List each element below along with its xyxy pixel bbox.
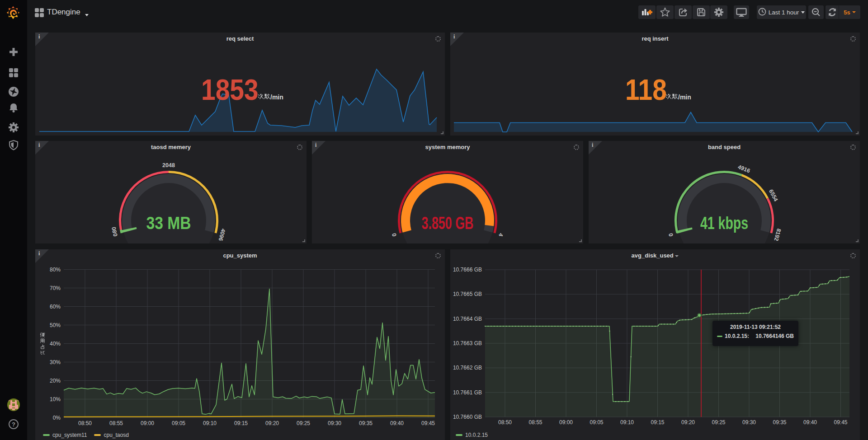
- svg-text:09:00: 09:00: [559, 419, 573, 426]
- svg-text:09:30: 09:30: [328, 420, 341, 426]
- svg-text:50%: 50%: [50, 322, 61, 328]
- svg-text:10.7664 GB: 10.7664 GB: [453, 316, 482, 322]
- svg-text:09:45: 09:45: [421, 420, 435, 426]
- svg-text:09:05: 09:05: [590, 419, 603, 426]
- svg-text:10.7666 GB: 10.7666 GB: [453, 267, 482, 273]
- svg-text:20%: 20%: [50, 378, 61, 384]
- svg-text:/min: /min: [678, 94, 691, 101]
- svg-text:4096: 4096: [217, 228, 226, 242]
- svg-text:09:15: 09:15: [234, 420, 248, 426]
- svg-text:09:00: 09:00: [141, 420, 154, 426]
- svg-text:80: 80: [111, 226, 118, 234]
- svg-text:09:20: 09:20: [265, 420, 279, 426]
- svg-text:/min: /min: [270, 94, 283, 101]
- svg-text:40%: 40%: [50, 341, 61, 347]
- svg-text:09:30: 09:30: [742, 419, 756, 426]
- svg-text:0: 0: [668, 232, 675, 237]
- svg-text:1853: 1853: [201, 74, 259, 104]
- svg-text:09:25: 09:25: [297, 420, 310, 426]
- svg-text:09:40: 09:40: [803, 419, 817, 426]
- svg-text:4916: 4916: [737, 164, 751, 174]
- svg-text:09:40: 09:40: [390, 420, 404, 426]
- svg-text:10.7660 GB: 10.7660 GB: [453, 414, 482, 420]
- svg-text:09:35: 09:35: [773, 419, 786, 426]
- svg-text:09:20: 09:20: [681, 419, 695, 426]
- svg-text:80%: 80%: [50, 267, 61, 273]
- svg-text:09:15: 09:15: [651, 419, 664, 426]
- svg-text:10%: 10%: [50, 396, 61, 403]
- svg-text:09:45: 09:45: [834, 419, 847, 426]
- svg-text:10.7661 GB: 10.7661 GB: [453, 389, 482, 396]
- svg-text:41 kbps: 41 kbps: [700, 213, 748, 233]
- svg-text:10.7665 GB: 10.7665 GB: [453, 291, 482, 297]
- svg-text:33 MB: 33 MB: [146, 213, 191, 233]
- svg-text:09:10: 09:10: [620, 419, 634, 426]
- svg-text:09:35: 09:35: [359, 420, 373, 426]
- svg-text:08:50: 08:50: [498, 419, 512, 426]
- svg-text:3.850 GB: 3.850 GB: [422, 213, 474, 233]
- svg-text:8192: 8192: [773, 228, 782, 242]
- svg-text:09:10: 09:10: [203, 420, 217, 426]
- svg-text:0%: 0%: [53, 415, 61, 421]
- svg-text:118: 118: [625, 74, 667, 104]
- svg-text:0: 0: [391, 232, 398, 237]
- svg-text:09:25: 09:25: [712, 419, 725, 426]
- svg-text:09:05: 09:05: [172, 420, 185, 426]
- svg-text:08:55: 08:55: [528, 419, 542, 426]
- svg-text:70%: 70%: [50, 285, 61, 291]
- svg-text:30%: 30%: [50, 359, 61, 365]
- svg-text:4: 4: [497, 232, 504, 237]
- svg-text:60%: 60%: [50, 304, 61, 310]
- svg-text:08:50: 08:50: [78, 420, 92, 426]
- svg-text:2048: 2048: [162, 162, 175, 169]
- svg-text:08:55: 08:55: [109, 420, 123, 426]
- svg-text:10.7662 GB: 10.7662 GB: [453, 365, 482, 371]
- svg-text:10.7663 GB: 10.7663 GB: [453, 340, 482, 346]
